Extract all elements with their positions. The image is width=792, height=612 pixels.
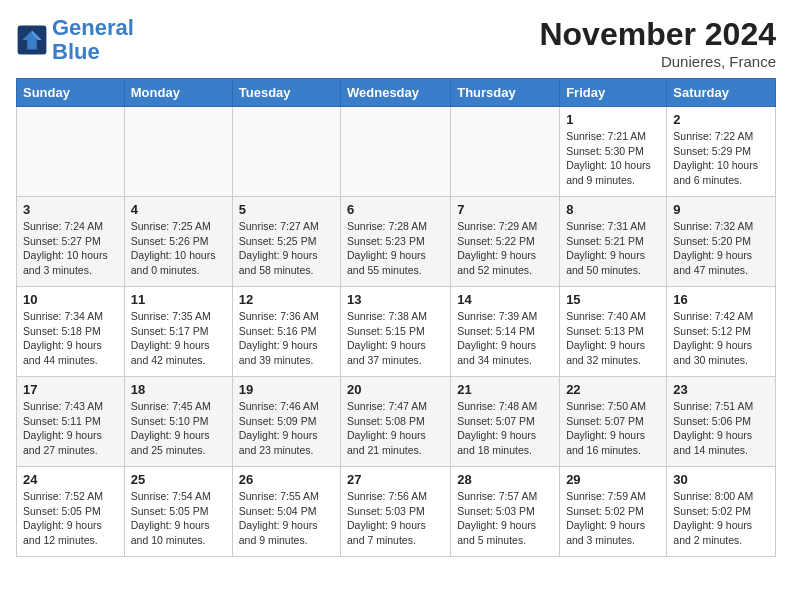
calendar-week-row: 17Sunrise: 7:43 AM Sunset: 5:11 PM Dayli… bbox=[17, 377, 776, 467]
calendar-day-cell: 21Sunrise: 7:48 AM Sunset: 5:07 PM Dayli… bbox=[451, 377, 560, 467]
calendar-day-cell: 24Sunrise: 7:52 AM Sunset: 5:05 PM Dayli… bbox=[17, 467, 125, 557]
calendar-week-row: 1Sunrise: 7:21 AM Sunset: 5:30 PM Daylig… bbox=[17, 107, 776, 197]
calendar-week-row: 24Sunrise: 7:52 AM Sunset: 5:05 PM Dayli… bbox=[17, 467, 776, 557]
day-number: 6 bbox=[347, 202, 444, 217]
title-area: November 2024 Dunieres, France bbox=[539, 16, 776, 70]
day-number: 22 bbox=[566, 382, 660, 397]
calendar-day-cell: 9Sunrise: 7:32 AM Sunset: 5:20 PM Daylig… bbox=[667, 197, 776, 287]
calendar-week-row: 10Sunrise: 7:34 AM Sunset: 5:18 PM Dayli… bbox=[17, 287, 776, 377]
day-number: 18 bbox=[131, 382, 226, 397]
calendar-day-cell bbox=[451, 107, 560, 197]
weekday-header-sunday: Sunday bbox=[17, 79, 125, 107]
day-info: Sunrise: 7:25 AM Sunset: 5:26 PM Dayligh… bbox=[131, 219, 226, 278]
day-number: 7 bbox=[457, 202, 553, 217]
calendar-day-cell: 15Sunrise: 7:40 AM Sunset: 5:13 PM Dayli… bbox=[560, 287, 667, 377]
day-number: 20 bbox=[347, 382, 444, 397]
day-info: Sunrise: 7:51 AM Sunset: 5:06 PM Dayligh… bbox=[673, 399, 769, 458]
day-info: Sunrise: 7:42 AM Sunset: 5:12 PM Dayligh… bbox=[673, 309, 769, 368]
calendar-day-cell bbox=[124, 107, 232, 197]
day-info: Sunrise: 7:50 AM Sunset: 5:07 PM Dayligh… bbox=[566, 399, 660, 458]
calendar-day-cell: 11Sunrise: 7:35 AM Sunset: 5:17 PM Dayli… bbox=[124, 287, 232, 377]
calendar-day-cell: 17Sunrise: 7:43 AM Sunset: 5:11 PM Dayli… bbox=[17, 377, 125, 467]
day-info: Sunrise: 7:36 AM Sunset: 5:16 PM Dayligh… bbox=[239, 309, 334, 368]
day-number: 28 bbox=[457, 472, 553, 487]
calendar-day-cell: 29Sunrise: 7:59 AM Sunset: 5:02 PM Dayli… bbox=[560, 467, 667, 557]
day-info: Sunrise: 7:38 AM Sunset: 5:15 PM Dayligh… bbox=[347, 309, 444, 368]
calendar-day-cell bbox=[341, 107, 451, 197]
calendar-day-cell: 12Sunrise: 7:36 AM Sunset: 5:16 PM Dayli… bbox=[232, 287, 340, 377]
calendar-day-cell: 10Sunrise: 7:34 AM Sunset: 5:18 PM Dayli… bbox=[17, 287, 125, 377]
day-number: 1 bbox=[566, 112, 660, 127]
weekday-header-saturday: Saturday bbox=[667, 79, 776, 107]
day-info: Sunrise: 7:34 AM Sunset: 5:18 PM Dayligh… bbox=[23, 309, 118, 368]
day-info: Sunrise: 7:46 AM Sunset: 5:09 PM Dayligh… bbox=[239, 399, 334, 458]
calendar-day-cell: 1Sunrise: 7:21 AM Sunset: 5:30 PM Daylig… bbox=[560, 107, 667, 197]
weekday-header-monday: Monday bbox=[124, 79, 232, 107]
day-info: Sunrise: 7:55 AM Sunset: 5:04 PM Dayligh… bbox=[239, 489, 334, 548]
weekday-header-tuesday: Tuesday bbox=[232, 79, 340, 107]
calendar-day-cell: 18Sunrise: 7:45 AM Sunset: 5:10 PM Dayli… bbox=[124, 377, 232, 467]
calendar-day-cell: 28Sunrise: 7:57 AM Sunset: 5:03 PM Dayli… bbox=[451, 467, 560, 557]
day-info: Sunrise: 7:57 AM Sunset: 5:03 PM Dayligh… bbox=[457, 489, 553, 548]
day-number: 5 bbox=[239, 202, 334, 217]
day-number: 11 bbox=[131, 292, 226, 307]
weekday-header-wednesday: Wednesday bbox=[341, 79, 451, 107]
day-number: 4 bbox=[131, 202, 226, 217]
day-number: 29 bbox=[566, 472, 660, 487]
calendar-day-cell: 7Sunrise: 7:29 AM Sunset: 5:22 PM Daylig… bbox=[451, 197, 560, 287]
calendar-day-cell: 19Sunrise: 7:46 AM Sunset: 5:09 PM Dayli… bbox=[232, 377, 340, 467]
day-number: 24 bbox=[23, 472, 118, 487]
day-info: Sunrise: 7:59 AM Sunset: 5:02 PM Dayligh… bbox=[566, 489, 660, 548]
day-info: Sunrise: 7:32 AM Sunset: 5:20 PM Dayligh… bbox=[673, 219, 769, 278]
day-info: Sunrise: 7:24 AM Sunset: 5:27 PM Dayligh… bbox=[23, 219, 118, 278]
calendar-week-row: 3Sunrise: 7:24 AM Sunset: 5:27 PM Daylig… bbox=[17, 197, 776, 287]
day-number: 14 bbox=[457, 292, 553, 307]
day-info: Sunrise: 7:56 AM Sunset: 5:03 PM Dayligh… bbox=[347, 489, 444, 548]
weekday-header-row: SundayMondayTuesdayWednesdayThursdayFrid… bbox=[17, 79, 776, 107]
month-title: November 2024 bbox=[539, 16, 776, 53]
calendar-day-cell: 8Sunrise: 7:31 AM Sunset: 5:21 PM Daylig… bbox=[560, 197, 667, 287]
calendar-day-cell: 3Sunrise: 7:24 AM Sunset: 5:27 PM Daylig… bbox=[17, 197, 125, 287]
day-info: Sunrise: 8:00 AM Sunset: 5:02 PM Dayligh… bbox=[673, 489, 769, 548]
calendar-day-cell: 30Sunrise: 8:00 AM Sunset: 5:02 PM Dayli… bbox=[667, 467, 776, 557]
day-number: 8 bbox=[566, 202, 660, 217]
logo-text: General Blue bbox=[52, 16, 134, 64]
day-number: 26 bbox=[239, 472, 334, 487]
calendar-day-cell: 6Sunrise: 7:28 AM Sunset: 5:23 PM Daylig… bbox=[341, 197, 451, 287]
day-number: 9 bbox=[673, 202, 769, 217]
logo: General Blue bbox=[16, 16, 134, 64]
day-number: 10 bbox=[23, 292, 118, 307]
logo-icon bbox=[16, 24, 48, 56]
day-info: Sunrise: 7:21 AM Sunset: 5:30 PM Dayligh… bbox=[566, 129, 660, 188]
day-info: Sunrise: 7:48 AM Sunset: 5:07 PM Dayligh… bbox=[457, 399, 553, 458]
day-info: Sunrise: 7:45 AM Sunset: 5:10 PM Dayligh… bbox=[131, 399, 226, 458]
day-info: Sunrise: 7:54 AM Sunset: 5:05 PM Dayligh… bbox=[131, 489, 226, 548]
day-number: 3 bbox=[23, 202, 118, 217]
calendar-day-cell: 5Sunrise: 7:27 AM Sunset: 5:25 PM Daylig… bbox=[232, 197, 340, 287]
day-info: Sunrise: 7:28 AM Sunset: 5:23 PM Dayligh… bbox=[347, 219, 444, 278]
weekday-header-thursday: Thursday bbox=[451, 79, 560, 107]
day-info: Sunrise: 7:31 AM Sunset: 5:21 PM Dayligh… bbox=[566, 219, 660, 278]
location: Dunieres, France bbox=[539, 53, 776, 70]
day-number: 15 bbox=[566, 292, 660, 307]
day-info: Sunrise: 7:43 AM Sunset: 5:11 PM Dayligh… bbox=[23, 399, 118, 458]
weekday-header-friday: Friday bbox=[560, 79, 667, 107]
day-number: 27 bbox=[347, 472, 444, 487]
calendar-day-cell: 27Sunrise: 7:56 AM Sunset: 5:03 PM Dayli… bbox=[341, 467, 451, 557]
calendar-day-cell: 25Sunrise: 7:54 AM Sunset: 5:05 PM Dayli… bbox=[124, 467, 232, 557]
calendar-day-cell: 13Sunrise: 7:38 AM Sunset: 5:15 PM Dayli… bbox=[341, 287, 451, 377]
calendar-day-cell: 26Sunrise: 7:55 AM Sunset: 5:04 PM Dayli… bbox=[232, 467, 340, 557]
day-number: 25 bbox=[131, 472, 226, 487]
day-info: Sunrise: 7:27 AM Sunset: 5:25 PM Dayligh… bbox=[239, 219, 334, 278]
day-number: 21 bbox=[457, 382, 553, 397]
day-info: Sunrise: 7:52 AM Sunset: 5:05 PM Dayligh… bbox=[23, 489, 118, 548]
day-number: 17 bbox=[23, 382, 118, 397]
calendar-day-cell: 23Sunrise: 7:51 AM Sunset: 5:06 PM Dayli… bbox=[667, 377, 776, 467]
calendar-day-cell: 2Sunrise: 7:22 AM Sunset: 5:29 PM Daylig… bbox=[667, 107, 776, 197]
calendar-day-cell bbox=[17, 107, 125, 197]
day-info: Sunrise: 7:29 AM Sunset: 5:22 PM Dayligh… bbox=[457, 219, 553, 278]
day-number: 13 bbox=[347, 292, 444, 307]
calendar-day-cell: 14Sunrise: 7:39 AM Sunset: 5:14 PM Dayli… bbox=[451, 287, 560, 377]
calendar-day-cell bbox=[232, 107, 340, 197]
calendar-day-cell: 16Sunrise: 7:42 AM Sunset: 5:12 PM Dayli… bbox=[667, 287, 776, 377]
